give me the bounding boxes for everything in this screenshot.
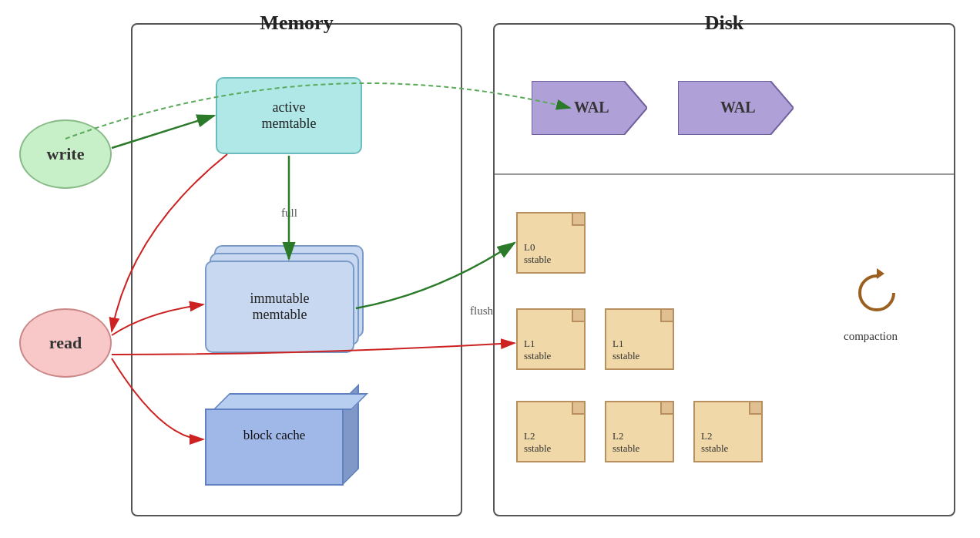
block-cache-top <box>213 393 368 410</box>
svg-text:WAL: WAL <box>574 99 609 116</box>
immutable-memtable: immutable memtable <box>205 261 354 353</box>
disk-title: Disk <box>493 12 955 35</box>
diagram: Memory Disk write read active memtable i… <box>8 8 972 530</box>
full-label: full <box>281 207 297 220</box>
read-node: read <box>19 308 112 378</box>
block-cache-label: block cache <box>213 428 336 443</box>
compaction-icon <box>847 262 909 324</box>
block-cache-front <box>205 409 344 486</box>
svg-marker-4 <box>877 268 884 279</box>
sstable-l1-0: L1sstable <box>516 308 586 370</box>
active-memtable-label: active memtable <box>262 99 317 132</box>
active-memtable: active memtable <box>216 77 362 154</box>
disk-divider <box>495 173 954 175</box>
wal-1: WAL <box>532 81 647 135</box>
block-cache: block cache <box>205 393 359 486</box>
wal-2: WAL <box>678 81 794 135</box>
compaction-label: compaction <box>844 330 898 343</box>
immutable-memtable-label: immutable memtable <box>250 291 310 323</box>
sstable-l2-1: L2sstable <box>605 401 674 462</box>
sstable-l1-1: L1sstable <box>605 308 674 370</box>
write-node: write <box>19 119 112 189</box>
flush-label: flush <box>470 304 493 318</box>
sstable-l0: L0sstable <box>516 212 586 274</box>
svg-text:WAL: WAL <box>720 99 756 116</box>
memory-title: Memory <box>131 12 462 35</box>
sstable-l2-2: L2sstable <box>693 401 763 462</box>
sstable-l2-0: L2sstable <box>516 401 586 462</box>
